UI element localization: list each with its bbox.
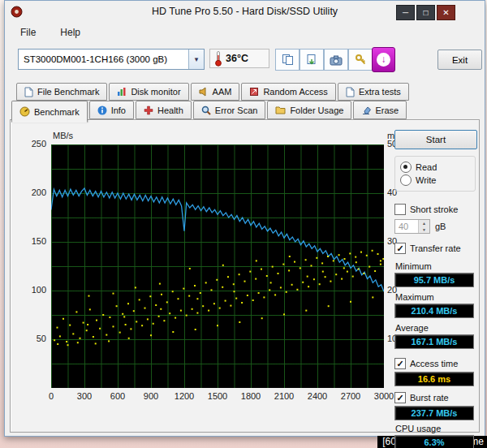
read-radio[interactable] — [400, 162, 412, 173]
access-time-dot — [57, 343, 58, 345]
short-stroke-checkbox[interactable] — [394, 204, 406, 215]
start-button[interactable]: Start — [394, 130, 477, 149]
tab-disk-monitor[interactable]: Disk monitor — [109, 83, 188, 101]
spin-up-icon[interactable]: ▲ — [419, 220, 429, 226]
minimum-label: Minimum — [394, 261, 476, 271]
dropdown-arrow-icon[interactable]: ▾ — [188, 50, 204, 69]
title-bar[interactable]: HD Tune Pro 5.50 - Hard Disk/SSD Utility… — [5, 1, 485, 23]
write-radio-row[interactable]: Write — [400, 174, 470, 187]
access-time-dot — [239, 274, 240, 275]
menu-help[interactable]: Help — [58, 26, 82, 39]
access-time-dot — [149, 295, 151, 297]
transfer-rate-label: Transfer rate — [410, 243, 461, 253]
access-time-dot — [291, 284, 293, 286]
access-time-dot — [308, 286, 309, 287]
transfer-rate-checkbox[interactable]: ✓ — [394, 243, 406, 254]
spinner-arrows[interactable]: ▲ ▼ — [418, 220, 429, 233]
menu-file[interactable]: File — [19, 26, 37, 39]
access-time-dot — [343, 267, 345, 269]
transfer-rate-row[interactable]: ✓ Transfer rate — [394, 242, 476, 255]
drive-selector-value: ST3000DM001-1CH166 (3000 gB) — [19, 54, 188, 64]
tab-aam[interactable]: AAM — [191, 83, 240, 101]
access-time-checkbox[interactable]: ✓ — [394, 358, 406, 369]
left-axis-tick-label: 50 — [15, 334, 46, 343]
close-button[interactable]: ✕ — [437, 5, 455, 20]
access-time-dot — [225, 300, 226, 302]
access-time-dot — [155, 304, 157, 306]
access-time-dot — [141, 325, 143, 326]
x-axis-tick-label: 2100 — [274, 391, 294, 401]
short-stroke-row[interactable]: Short stroke — [394, 203, 476, 216]
access-time-dot — [241, 302, 243, 304]
tab-erase[interactable]: Erase — [353, 101, 407, 119]
minimize-button[interactable]: ─ — [396, 5, 415, 20]
tab-file-benchmark[interactable]: File Benchmark — [16, 83, 107, 101]
tab-error-scan[interactable]: Error Scan — [193, 101, 266, 119]
tab-benchmark[interactable]: Benchmark — [11, 101, 88, 123]
copy-button[interactable] — [275, 49, 300, 71]
magnifier-icon — [201, 106, 211, 115]
benchmark-series-svg — [51, 144, 384, 388]
tab-extra-tests[interactable]: Extra tests — [338, 83, 409, 101]
access-time-dot — [258, 292, 260, 294]
tab-label: Error Scan — [215, 106, 258, 115]
access-time-dot — [233, 283, 235, 285]
tab-health[interactable]: Health — [136, 101, 192, 119]
access-time-dot — [144, 308, 146, 309]
tab-random-access[interactable]: Random Access — [241, 83, 335, 101]
burst-rate-row[interactable]: ✓ Burst rate — [394, 391, 476, 404]
tab-label: Info — [111, 106, 126, 115]
drive-selector[interactable]: ST3000DM001-1CH166 (3000 gB) ▾ — [18, 49, 205, 70]
save-image-button[interactable] — [300, 49, 324, 71]
tab-label: Erase — [375, 106, 399, 115]
access-time-dot — [109, 317, 110, 318]
tab-info[interactable]: Info — [89, 101, 134, 119]
write-label: Write — [416, 175, 436, 185]
access-time-dot — [344, 258, 346, 260]
temperature-value: 36°C — [226, 53, 248, 64]
access-time-dot — [102, 314, 104, 316]
access-time-dot — [180, 310, 182, 312]
health-cross-icon — [144, 106, 153, 115]
tab-row-secondary: File Benchmark Disk monitor AAM Random A… — [16, 83, 409, 101]
screenshot-button[interactable] — [324, 49, 348, 71]
access-time-row[interactable]: ✓ Access time — [394, 357, 476, 370]
options-button[interactable] — [348, 49, 373, 71]
access-time-dot — [255, 278, 256, 280]
access-time-dot — [296, 289, 298, 291]
access-time-dot — [222, 265, 224, 266]
access-time-dot — [377, 253, 379, 255]
access-time-dot — [335, 274, 337, 275]
access-time-dot — [252, 299, 254, 301]
read-radio-row[interactable]: Read — [400, 161, 470, 174]
access-time-dot — [87, 324, 88, 325]
cpu-usage-label: CPU usage — [394, 424, 476, 433]
download-button[interactable]: ↓ — [372, 47, 395, 72]
access-time-dot — [350, 301, 351, 303]
access-time-dot — [349, 252, 351, 254]
short-stroke-value: 40 — [395, 220, 418, 233]
exit-button[interactable]: Exit — [437, 50, 482, 70]
access-time-dot — [108, 340, 110, 342]
burst-rate-checkbox[interactable]: ✓ — [394, 392, 406, 403]
access-time-dot — [95, 342, 97, 344]
tab-label: Benchmark — [34, 107, 80, 117]
spin-down-icon[interactable]: ▼ — [419, 226, 429, 233]
left-axis-tick-label: 100 — [15, 285, 46, 295]
write-radio[interactable] — [400, 174, 412, 186]
left-axis-tick-label: 250 — [15, 139, 46, 149]
short-stroke-spinner[interactable]: 40 ▲ ▼ — [394, 219, 430, 234]
download-icon: ↓ — [377, 53, 390, 67]
maximize-button[interactable]: □ — [416, 5, 435, 20]
access-time-label: Access time — [410, 359, 458, 368]
benchmark-panel: MB/s ms 25020015010050504030201003006009… — [10, 119, 480, 433]
tab-label: Disk monitor — [131, 87, 180, 97]
x-axis-tick-label: 0 — [49, 391, 54, 401]
access-time-dot — [57, 327, 58, 329]
benchmark-controls: Start Read Write Short stroke 40 — [394, 130, 476, 448]
access-time-dot — [208, 310, 209, 312]
access-time-dot — [239, 321, 240, 323]
access-time-dot — [88, 295, 90, 297]
tab-folder-usage[interactable]: Folder Usage — [267, 101, 351, 119]
access-time-dot — [380, 260, 381, 261]
